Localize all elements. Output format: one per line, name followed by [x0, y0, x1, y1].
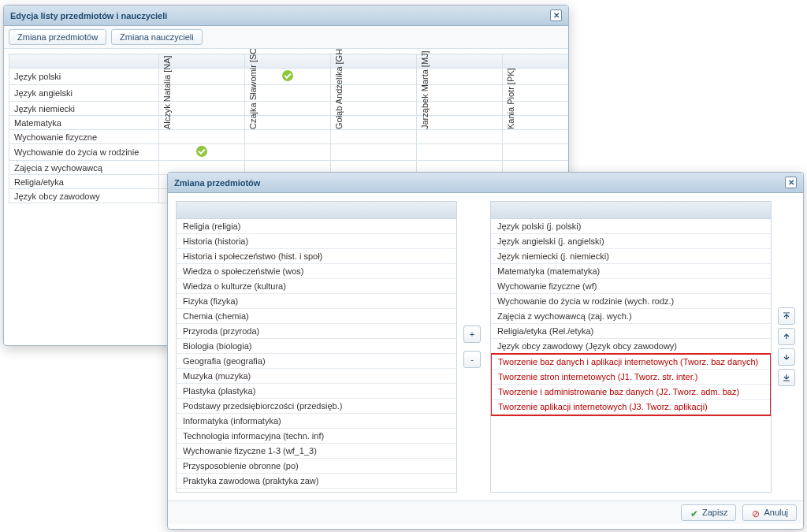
list-item[interactable]: Religia/etyka (Rel./etyka): [491, 324, 771, 339]
teacher-name-label: Alczyk Natalia [NA]: [162, 50, 172, 129]
list-item[interactable]: Język niemiecki (j. niemiecki): [491, 249, 771, 264]
list-item[interactable]: Technologia informacyjna (techn. inf): [177, 429, 456, 444]
subject-row-header[interactable]: Wychowanie do życia w rodzinie: [9, 144, 159, 161]
available-list[interactable]: Religia (religia)Historia (historia)Hist…: [177, 219, 456, 492]
list-item[interactable]: Historia (historia): [177, 234, 456, 249]
subject-row-header[interactable]: Język obcy zawodowy: [9, 189, 159, 203]
assignment-cell[interactable]: [245, 130, 331, 144]
list-item[interactable]: Historia i społeczeństwo (hist. i społ): [177, 249, 456, 264]
main-toolbar: Zmiana przedmiotów Zmiana nauczycieli: [4, 26, 568, 49]
assignment-cell[interactable]: [503, 144, 569, 161]
grid-corner: [9, 54, 159, 69]
assignment-cell[interactable]: [417, 130, 503, 144]
teacher-column-header[interactable]: Czajka Sławomir [SC]: [245, 54, 331, 69]
list-item[interactable]: Tworzenie aplikacji internetowych (J3. T…: [492, 400, 770, 415]
list-item[interactable]: Przyroda (przyroda): [177, 324, 456, 339]
teacher-name-label: Gołąb Andżelika [GH]: [334, 50, 344, 129]
assignment-cell[interactable]: [159, 144, 245, 161]
subject-row: Matematyka: [9, 116, 569, 130]
list-item[interactable]: Wiedza o społeczeństwie (wos): [177, 264, 456, 279]
assignment-cell[interactable]: [331, 130, 417, 144]
subject-row: Język polski: [9, 69, 569, 85]
subject-row: Wychowanie fizyczne: [9, 130, 569, 144]
move-up-button[interactable]: [778, 328, 795, 345]
teacher-name-label: Czajka Sławomir [SC]: [248, 50, 258, 129]
list-item[interactable]: Wiedza o kulturze (kultura): [177, 279, 456, 294]
teacher-name-label: Kania Piotr [PK]: [506, 50, 515, 129]
teacher-name-label: Jarząbek Marta [MJ]: [420, 50, 430, 129]
assignment-cell[interactable]: [159, 130, 245, 144]
subject-row-header[interactable]: Religia/etyka: [9, 175, 159, 189]
list-item[interactable]: Religia (religia): [177, 219, 456, 234]
teacher-column-header[interactable]: Jarząbek Marta [MJ]: [417, 54, 503, 69]
list-item[interactable]: Język polski (j. polski): [491, 219, 771, 234]
highlighted-items-group: Tworzenie baz danych i aplikacji interne…: [491, 353, 771, 416]
available-list-header: [177, 202, 456, 219]
selected-list[interactable]: Język polski (j. polski)Język angielski …: [491, 219, 771, 492]
list-item[interactable]: Plastyka (plastyka): [177, 384, 456, 399]
assignment-cell[interactable]: [245, 144, 331, 161]
assignment-cell[interactable]: [331, 144, 417, 161]
move-top-button[interactable]: [778, 307, 795, 325]
assignment-cell[interactable]: [417, 144, 503, 161]
remove-button[interactable]: -: [463, 351, 481, 368]
save-button[interactable]: Zapisz: [681, 504, 736, 521]
subject-row-header[interactable]: Zajęcia z wychowawcą: [9, 161, 159, 175]
list-item[interactable]: Informatyka (informatyka): [177, 414, 456, 429]
change-subjects-button[interactable]: Zmiana przedmiotów: [9, 29, 106, 45]
list-item[interactable]: Praktyka zawodowa (praktyka zaw): [177, 474, 456, 489]
transfer-buttons: + -: [463, 201, 484, 493]
dialog-title: Zmiana przedmiotów: [174, 178, 260, 188]
list-item[interactable]: Tworzenie i administrowanie baz danych (…: [492, 385, 770, 400]
list-item[interactable]: Geografia (geografia): [177, 354, 456, 369]
main-title: Edycja listy przedmiotów i nauczycieli: [10, 11, 167, 20]
list-item[interactable]: Tworzenie stron internetowych (J1. Tworz…: [492, 370, 770, 385]
list-item[interactable]: Wychowanie fizyczne 1-3 (wf_1_3): [177, 444, 456, 459]
subject-row: Język angielski: [9, 85, 569, 102]
list-item[interactable]: Biologia (biologia): [177, 339, 456, 354]
list-item[interactable]: Zajęcia z wychowawcą (zaj. wych.): [491, 309, 771, 324]
close-icon[interactable]: ✕: [785, 177, 797, 188]
list-item[interactable]: Chemia (chemia): [177, 309, 456, 324]
check-icon: [690, 508, 699, 518]
subject-row-header[interactable]: Język niemiecki: [9, 102, 159, 116]
list-item[interactable]: Podstawy przedsiębiorczości (przedsięb.): [177, 399, 456, 414]
dialog-footer: Zapisz Anuluj: [168, 500, 803, 524]
list-item[interactable]: Tworzenie baz danych i aplikacji interne…: [492, 355, 770, 370]
order-buttons: [778, 201, 795, 493]
change-teachers-button[interactable]: Zmiana nauczycieli: [111, 29, 203, 45]
list-item[interactable]: Język angielski (j. angielski): [491, 234, 771, 249]
subject-row-header[interactable]: Język polski: [9, 69, 159, 85]
subject-row: Język niemiecki: [9, 102, 569, 116]
move-down-button[interactable]: [778, 348, 795, 366]
selected-list-header: [491, 202, 771, 219]
list-item[interactable]: Muzyka (muzyka): [177, 369, 456, 384]
list-item[interactable]: Język obcy zawodowy (Język obcy zawodowy…: [491, 339, 771, 354]
main-titlebar: Edycja listy przedmiotów i nauczycieli ✕: [4, 6, 568, 26]
subjects-dialog: Zmiana przedmiotów ✕ Religia (religia)Hi…: [167, 172, 804, 530]
subject-row: Wychowanie do życia w rodzinie: [9, 144, 569, 161]
selected-list-panel: Język polski (j. polski)Język angielski …: [490, 201, 772, 493]
cancel-button-label: Anuluj: [764, 508, 788, 517]
close-icon[interactable]: ✕: [550, 9, 562, 21]
list-item[interactable]: Przysposobienie obronne (po): [177, 459, 456, 474]
save-button-label: Zapisz: [702, 508, 727, 517]
subject-row-header[interactable]: Wychowanie fizyczne: [9, 130, 159, 144]
list-item[interactable]: Wychowanie fizyczne (wf): [491, 279, 771, 294]
cancel-icon: [751, 508, 761, 518]
teacher-column-header[interactable]: Kania Piotr [PK]: [503, 54, 569, 69]
subject-row-header[interactable]: Matematyka: [9, 116, 159, 130]
move-bottom-button[interactable]: [778, 369, 795, 386]
list-item[interactable]: Fizyka (fizyka): [177, 294, 456, 309]
dialog-body: Religia (religia)Historia (historia)Hist…: [168, 193, 803, 500]
add-button[interactable]: +: [463, 326, 481, 343]
cancel-button[interactable]: Anuluj: [742, 504, 797, 521]
assignment-cell[interactable]: [503, 130, 569, 144]
list-item[interactable]: Matematyka (matematyka): [491, 264, 771, 279]
available-list-panel: Religia (religia)Historia (historia)Hist…: [176, 201, 457, 493]
list-item[interactable]: Wychowanie do życia w rodzinie (wych. ro…: [491, 294, 771, 309]
subject-row-header[interactable]: Język angielski: [9, 85, 159, 102]
teacher-column-header[interactable]: Alczyk Natalia [NA]: [159, 54, 245, 69]
dialog-titlebar: Zmiana przedmiotów ✕: [168, 173, 803, 193]
teacher-column-header[interactable]: Gołąb Andżelika [GH]: [331, 54, 417, 69]
